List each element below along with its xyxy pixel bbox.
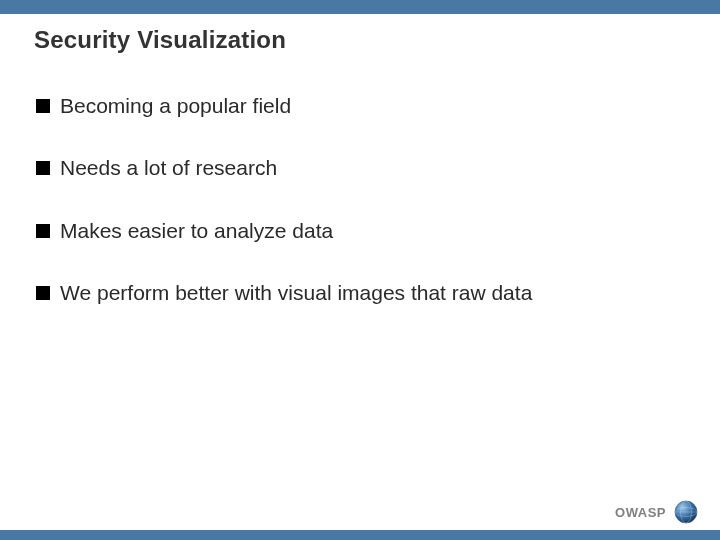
list-item: Makes easier to analyze data xyxy=(36,217,680,245)
owasp-globe-icon xyxy=(674,500,698,524)
bullet-text: Needs a lot of research xyxy=(60,154,680,182)
square-bullet-icon xyxy=(36,161,50,175)
square-bullet-icon xyxy=(36,99,50,113)
list-item: Needs a lot of research xyxy=(36,154,680,182)
slide-title: Security Visualization xyxy=(34,26,286,54)
bullet-text: Becoming a popular field xyxy=(60,92,680,120)
top-accent-bar xyxy=(0,0,720,14)
list-item: We perform better with visual images tha… xyxy=(36,279,680,307)
bottom-accent-bar xyxy=(0,530,720,540)
list-item: Becoming a popular field xyxy=(36,92,680,120)
footer-brand-label: OWASP xyxy=(615,505,666,520)
square-bullet-icon xyxy=(36,224,50,238)
square-bullet-icon xyxy=(36,286,50,300)
bullet-text: Makes easier to analyze data xyxy=(60,217,680,245)
bullet-text: We perform better with visual images tha… xyxy=(60,279,680,307)
bullet-list: Becoming a popular field Needs a lot of … xyxy=(36,92,680,341)
footer: OWASP xyxy=(615,500,698,524)
